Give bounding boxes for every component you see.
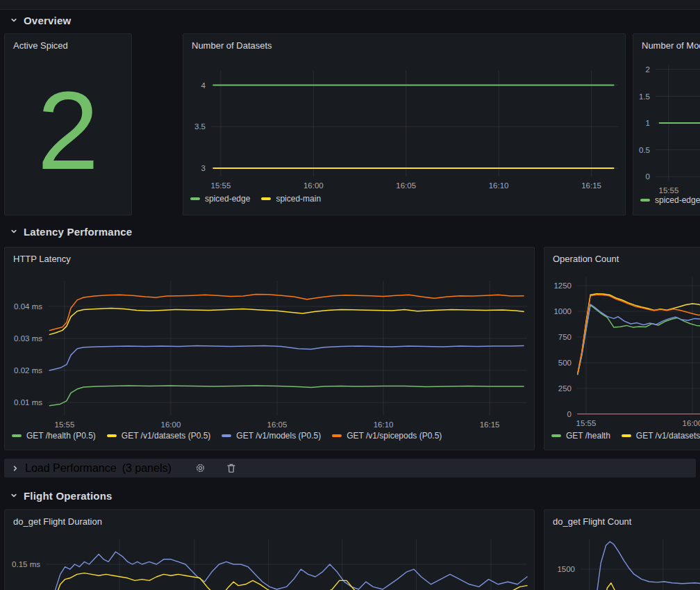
legend-item[interactable]: GET /v1/models (P0.5) — [222, 431, 321, 441]
legend-swatch — [332, 434, 342, 437]
svg-text:0.04 ms: 0.04 ms — [14, 302, 42, 311]
series-GET /v1/datasets (P0.5) — [49, 309, 524, 335]
svg-text:0.15 ms: 0.15 ms — [12, 560, 40, 568]
legend-label: spiced-edge — [655, 195, 700, 205]
panel-http-latency: HTTP Latency 15:5516:0016:0516:1016:150.… — [4, 247, 535, 450]
section-settings-button[interactable] — [195, 463, 206, 473]
svg-text:1000: 1000 — [553, 307, 572, 316]
svg-text:0: 0 — [646, 172, 650, 181]
svg-text:1: 1 — [646, 119, 650, 127]
svg-text:1.5: 1.5 — [639, 92, 650, 101]
section-header-overview[interactable]: Overview — [10, 12, 71, 28]
legend-item[interactable]: GET /health — [551, 431, 610, 441]
svg-text:0.01 ms: 0.01 ms — [14, 398, 42, 407]
legend-swatch — [107, 434, 117, 437]
panel-title-do-get-flight-duration[interactable]: do_get Flight Duration — [13, 516, 102, 527]
legend-label: GET /v1/models (P0.5) — [236, 431, 321, 441]
svg-text:0: 0 — [567, 410, 572, 418]
legend-label: GET /health (P0.5) — [26, 431, 96, 441]
series-do_get-blue — [46, 552, 527, 590]
legend-item[interactable]: spiced-edge — [640, 195, 700, 205]
legend-swatch — [261, 197, 271, 200]
svg-text:15:55: 15:55 — [659, 186, 679, 195]
legend-item[interactable]: GET /v1/spicepods (P0.5) — [332, 431, 442, 441]
legend-label: spiced-main — [276, 194, 321, 204]
svg-text:16:15: 16:15 — [480, 420, 500, 429]
svg-text:1500: 1500 — [557, 565, 575, 573]
chart-operation-count[interactable]: 15:5516:00125010007505002500 — [544, 247, 700, 451]
svg-text:16:00: 16:00 — [303, 181, 324, 190]
section-header-load-performance[interactable]: Load Performance (3 panels) — [4, 459, 696, 477]
legend-swatch — [551, 434, 561, 437]
legend-item[interactable]: GET /v1/datasets (P0.5) — [107, 431, 211, 441]
svg-text:4: 4 — [201, 81, 206, 90]
panel-do-get-flight-count: do_get Flight Count 1500 — [544, 509, 700, 590]
legend-item[interactable]: GET /v1/datasets — [622, 431, 700, 441]
section-title-load-performance: Load Performance — [25, 462, 117, 475]
svg-text:3.5: 3.5 — [194, 122, 206, 131]
svg-text:16:05: 16:05 — [396, 181, 416, 190]
section-title-flight-operations: Flight Operations — [24, 490, 112, 502]
legend-http-latency: GET /health (P0.5)GET /v1/datasets (P0.5… — [12, 431, 442, 441]
panel-title-http-latency[interactable]: HTTP Latency — [13, 254, 71, 264]
panel-title-active-spiced[interactable]: Active Spiced — [13, 40, 68, 51]
legend-item[interactable]: spiced-main — [261, 194, 321, 204]
legend-swatch — [12, 434, 22, 437]
panel-operation-count: Operation Count 15:5516:0012501000750500… — [544, 247, 700, 450]
series-count-blue — [585, 541, 700, 590]
svg-text:15:55: 15:55 — [211, 181, 231, 190]
panel-title-number-of-models[interactable]: Number of Models — [642, 40, 700, 51]
svg-text:250: 250 — [558, 384, 572, 393]
chart-http-latency[interactable]: 15:5516:0016:0516:1016:150.04 ms0.03 ms0… — [5, 247, 535, 451]
top-bar — [0, 0, 700, 10]
stat-value: 2 — [5, 54, 131, 208]
panel-title-do-get-flight-count[interactable]: do_get Flight Count — [553, 516, 631, 527]
legend-label: GET /v1/datasets — [636, 431, 700, 441]
panel-number-of-datasets: Number of Datasets 15:5516:0016:0516:101… — [183, 33, 626, 215]
section-delete-button[interactable] — [226, 463, 236, 473]
legend-label: GET /health — [566, 431, 610, 441]
series-GET /v1/models (P0.5) — [49, 346, 524, 371]
trash-icon[interactable] — [226, 463, 236, 473]
chart-number-of-models[interactable]: 15:5516:0021.510.50 — [633, 34, 700, 216]
legend-swatch — [190, 197, 200, 200]
svg-text:15:55: 15:55 — [55, 420, 75, 429]
svg-text:16:00: 16:00 — [683, 419, 700, 427]
legend-swatch — [222, 434, 231, 437]
panel-active-spiced: Active Spiced 2 — [4, 33, 132, 215]
legend-item[interactable]: spiced-edge — [190, 194, 250, 204]
panel-title-operation-count[interactable]: Operation Count — [553, 254, 619, 264]
svg-text:2: 2 — [646, 65, 650, 74]
panel-number-of-models: Number of Models 15:5516:0021.510.50 spi… — [633, 33, 700, 215]
legend-label: spiced-edge — [205, 194, 250, 204]
chevron-down-icon[interactable] — [10, 16, 18, 24]
legend-number-of-datasets: spiced-edgespiced-main — [190, 194, 321, 204]
series-count-yellow — [593, 583, 700, 590]
svg-text:15:55: 15:55 — [576, 419, 597, 427]
legend-swatch — [640, 199, 650, 202]
svg-text:0.03 ms: 0.03 ms — [14, 334, 42, 343]
chevron-down-icon[interactable] — [10, 227, 18, 236]
chart-number-of-datasets[interactable]: 15:5516:0016:0516:1016:1543.53 — [183, 34, 626, 216]
chevron-right-icon[interactable] — [11, 464, 19, 473]
series-GET /v1/datasets — [578, 294, 700, 375]
series-do_get-yellow — [46, 573, 527, 590]
legend-operation-count: GET /healthGET /v1/datasets — [551, 431, 700, 441]
svg-text:16:15: 16:15 — [581, 181, 601, 190]
svg-text:0.02 ms: 0.02 ms — [14, 366, 42, 375]
svg-text:16:00: 16:00 — [161, 420, 181, 429]
legend-label: GET /v1/datasets (P0.5) — [122, 431, 211, 441]
section-header-flight-operations[interactable]: Flight Operations — [10, 487, 112, 504]
legend-item[interactable]: GET /health (P0.5) — [12, 431, 96, 441]
gear-icon[interactable] — [195, 463, 206, 473]
section-panel-count: (3 panels) — [122, 462, 172, 475]
svg-text:500: 500 — [558, 359, 572, 367]
panel-title-number-of-datasets[interactable]: Number of Datasets — [192, 40, 272, 51]
series-GET /v1/models — [578, 304, 700, 374]
panel-do-get-flight-duration: do_get Flight Duration 0.15 ms — [4, 509, 535, 590]
svg-text:0.5: 0.5 — [639, 146, 650, 154]
chevron-down-icon[interactable] — [10, 491, 18, 500]
legend-number-of-models: spiced-edge — [640, 195, 700, 205]
section-header-latency-performance[interactable]: Latency Performance — [10, 223, 132, 240]
section-title-overview: Overview — [24, 15, 71, 26]
